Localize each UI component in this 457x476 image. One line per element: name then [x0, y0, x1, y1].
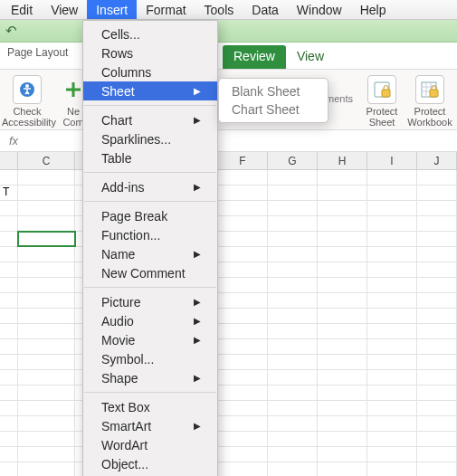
menu-item-columns[interactable]: Columns — [83, 62, 217, 81]
cell[interactable] — [417, 216, 457, 231]
cell[interactable] — [268, 247, 318, 262]
cell[interactable] — [417, 462, 457, 476]
cell[interactable] — [367, 324, 417, 338]
cell[interactable] — [417, 324, 457, 338]
column-header[interactable]: C — [18, 152, 75, 169]
cell[interactable] — [268, 309, 318, 323]
cell[interactable] — [18, 293, 75, 308]
cell[interactable] — [367, 416, 417, 431]
cell[interactable] — [18, 447, 75, 462]
cell[interactable] — [18, 309, 75, 323]
cell[interactable] — [268, 386, 318, 400]
cell[interactable] — [417, 201, 457, 215]
cell[interactable] — [268, 339, 318, 354]
menu-item-table[interactable]: Table — [83, 148, 217, 167]
menu-item-function-[interactable]: Function... — [83, 225, 217, 244]
cell[interactable] — [268, 355, 318, 369]
menu-item-wordart[interactable]: WordArt — [83, 435, 217, 454]
column-header[interactable]: F — [218, 152, 268, 169]
cell[interactable] — [367, 462, 417, 476]
cell[interactable] — [18, 247, 75, 262]
cell[interactable] — [18, 201, 75, 215]
cell[interactable] — [417, 309, 457, 323]
menu-item-rows[interactable]: Rows — [83, 43, 217, 62]
cell[interactable]: T — [0, 186, 18, 200]
cell[interactable] — [367, 170, 417, 185]
menu-item-sheet[interactable]: Sheet▶ — [83, 81, 217, 100]
cell[interactable] — [218, 386, 268, 400]
cell[interactable] — [417, 447, 457, 462]
cell[interactable] — [318, 339, 367, 354]
cell[interactable] — [0, 386, 18, 400]
menu-item-smartart[interactable]: SmartArt▶ — [83, 416, 217, 435]
cell[interactable] — [0, 339, 18, 354]
menu-data[interactable]: Data — [243, 0, 288, 19]
cell[interactable] — [367, 401, 417, 415]
cell[interactable] — [268, 278, 318, 292]
cell[interactable] — [268, 216, 318, 231]
cell[interactable] — [318, 462, 367, 476]
cell[interactable] — [218, 186, 268, 200]
cell[interactable] — [218, 416, 268, 431]
cell[interactable] — [268, 232, 318, 246]
cell[interactable] — [268, 293, 318, 308]
cell[interactable] — [417, 370, 457, 385]
protect-sheet-button[interactable]: Protect Sheet — [362, 73, 402, 128]
cell[interactable] — [0, 247, 18, 262]
cell[interactable] — [367, 278, 417, 292]
cell[interactable] — [218, 247, 268, 262]
cell[interactable] — [318, 232, 367, 246]
cell[interactable] — [318, 262, 367, 277]
cell[interactable] — [417, 232, 457, 246]
menu-insert[interactable]: Insert — [87, 0, 137, 19]
tab-review[interactable]: Review — [223, 45, 286, 69]
cell[interactable] — [318, 216, 367, 231]
tab-view[interactable]: View — [286, 45, 335, 69]
cell[interactable] — [0, 401, 18, 415]
column-header[interactable]: H — [318, 152, 367, 169]
cell[interactable] — [218, 324, 268, 338]
cell[interactable] — [18, 324, 75, 338]
cell[interactable] — [18, 370, 75, 385]
cell[interactable] — [0, 355, 18, 369]
menu-item-picture[interactable]: Picture▶ — [83, 292, 217, 311]
cell[interactable] — [218, 278, 268, 292]
cell[interactable] — [318, 170, 367, 185]
cell[interactable] — [367, 370, 417, 385]
menu-help[interactable]: Help — [351, 0, 395, 19]
cell[interactable] — [318, 447, 367, 462]
cell[interactable] — [417, 432, 457, 446]
cell[interactable] — [417, 355, 457, 369]
menu-item-text-box[interactable]: Text Box — [83, 397, 217, 416]
cell[interactable] — [18, 416, 75, 431]
cell[interactable] — [417, 262, 457, 277]
cell[interactable] — [367, 186, 417, 200]
cell[interactable] — [417, 401, 457, 415]
cell[interactable] — [18, 386, 75, 400]
cell[interactable] — [367, 355, 417, 369]
cell[interactable] — [0, 309, 18, 323]
formula-bar[interactable]: fx — [0, 130, 457, 152]
cell[interactable] — [218, 355, 268, 369]
page-layout-label[interactable]: Page Layout — [0, 43, 75, 62]
cell[interactable] — [318, 278, 367, 292]
cell[interactable] — [0, 201, 18, 215]
menu-item-symbol-[interactable]: Symbol... — [83, 349, 217, 368]
submenu-item-blank-sheet[interactable]: Blank Sheet — [219, 82, 328, 100]
cell[interactable] — [218, 447, 268, 462]
cell[interactable] — [268, 186, 318, 200]
cell[interactable] — [18, 355, 75, 369]
cell[interactable] — [0, 232, 18, 246]
column-header[interactable]: I — [367, 152, 417, 169]
cell[interactable] — [318, 293, 367, 308]
menu-item-cells-[interactable]: Cells... — [83, 24, 217, 43]
cell[interactable] — [218, 309, 268, 323]
cell[interactable] — [18, 462, 75, 476]
protect-workbook-button[interactable]: Protect Workbook — [405, 73, 454, 128]
cell[interactable] — [417, 416, 457, 431]
cell[interactable] — [268, 432, 318, 446]
menu-item-shape[interactable]: Shape▶ — [83, 368, 217, 387]
cell[interactable] — [18, 170, 75, 185]
cell[interactable] — [367, 262, 417, 277]
cell[interactable] — [218, 401, 268, 415]
